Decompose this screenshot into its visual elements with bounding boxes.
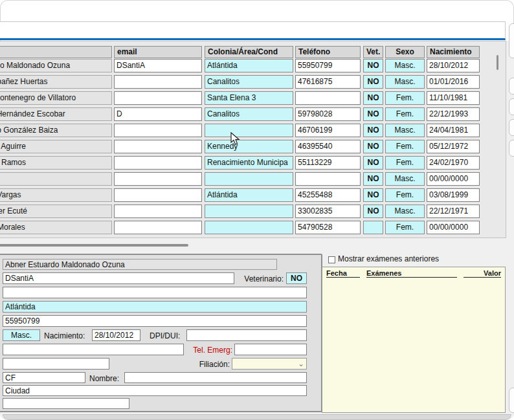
exams-listbox[interactable]: Fecha Exámenes Valor (322, 267, 506, 413)
cell-nacimiento[interactable]: 03/08/1999 (427, 188, 480, 202)
cell-email[interactable] (114, 75, 202, 89)
cell-telefono[interactable]: 59798028 (295, 107, 361, 121)
detail-cf-field[interactable]: CF (3, 372, 85, 383)
cell-sexo[interactable]: Masc. (385, 172, 425, 186)
cell-name[interactable]: ala Vargas (0, 188, 112, 202)
cell-nacimiento[interactable]: 28/10/2012 (427, 59, 480, 72)
cell-email[interactable] (114, 156, 202, 170)
horizontal-scrollbar[interactable] (0, 244, 188, 247)
cell-vet[interactable]: NO (363, 204, 383, 218)
cell-email[interactable]: D (114, 107, 202, 121)
cell-vet[interactable]: NO (363, 75, 383, 89)
cell-name[interactable]: as Ibañez Huertas (0, 75, 112, 89)
detail-extra-field[interactable] (3, 287, 307, 298)
column-header-sexo[interactable]: Sexo (385, 46, 425, 58)
detail-ciudad-field[interactable]: Ciudad (3, 385, 307, 396)
cell-sexo[interactable]: Fem. (385, 156, 425, 170)
cell-vet[interactable]: NO (363, 59, 383, 72)
cell-colonia[interactable] (205, 172, 293, 186)
detail-nacimiento-field[interactable]: 28/10/2012 (92, 329, 140, 341)
cell-sexo[interactable]: Fem. (385, 188, 425, 202)
cell-name[interactable]: lela (0, 172, 112, 186)
column-header-telefono[interactable]: Teléfono (295, 46, 361, 58)
cell-nacimiento[interactable]: 00/00/0000 (427, 221, 480, 234)
cell-name[interactable]: Javier Ecuté (0, 204, 112, 218)
column-header-email[interactable]: email (114, 46, 202, 58)
cell-telefono[interactable]: 46706199 (295, 124, 361, 137)
cell-telefono[interactable]: 55950799 (295, 59, 361, 72)
cell-telefono[interactable]: 45255488 (295, 188, 361, 202)
cell-sexo[interactable]: Masc. (385, 124, 425, 137)
filter-input[interactable] (0, 21, 506, 40)
cell-nacimiento[interactable]: 05/12/1972 (427, 140, 480, 153)
cell-email[interactable] (114, 140, 202, 153)
cell-nacimiento[interactable]: 01/01/2016 (427, 75, 480, 89)
cell-telefono[interactable]: 47616875 (295, 75, 361, 89)
cell-colonia[interactable]: Canalitos (205, 75, 293, 89)
cell-vet[interactable]: NO (363, 140, 383, 153)
side-button[interactable] (509, 119, 514, 136)
cell-colonia[interactable]: Santa Elena 3 (205, 91, 293, 105)
cell-name[interactable]: res Morales (0, 221, 112, 234)
cell-telefono[interactable] (295, 91, 361, 105)
cell-name[interactable]: pino Aguirre (0, 140, 112, 153)
cell-colonia[interactable] (205, 124, 293, 137)
column-header-nacimiento[interactable]: Nacimiento (427, 46, 480, 58)
cell-telefono[interactable]: 46395540 (295, 140, 361, 153)
detail-nombre-field[interactable] (124, 372, 307, 383)
cell-nacimiento[interactable]: 11/10/1981 (427, 91, 480, 105)
cell-vet[interactable]: NO (363, 124, 383, 137)
detail-email-field[interactable]: DSantiA (3, 272, 234, 284)
vertical-scrollbar-thumb[interactable] (497, 55, 498, 70)
cell-colonia[interactable]: Atlántida (205, 188, 293, 202)
cell-colonia[interactable]: Kennedy (205, 140, 293, 153)
cell-telefono[interactable] (295, 172, 361, 186)
cell-name[interactable]: uardo Maldonado Ozuna (0, 59, 112, 72)
cell-nacimiento[interactable]: 24/02/1970 (427, 156, 480, 170)
side-button[interactable] (509, 140, 514, 157)
cell-name[interactable]: riela Ramos (0, 156, 112, 170)
cell-nacimiento[interactable]: 22/12/1971 (427, 204, 480, 218)
detail-sexo-field[interactable]: Masc. (3, 329, 40, 341)
detail-field7[interactable] (3, 344, 184, 355)
cell-email[interactable] (114, 188, 202, 202)
cell-email[interactable]: DSantiA (114, 59, 202, 72)
cell-email[interactable] (114, 91, 202, 105)
cell-colonia[interactable]: Renacimiento Municipa (205, 156, 293, 170)
cell-sexo[interactable]: Fem. (385, 140, 425, 153)
cell-colonia[interactable]: Atlántida (205, 59, 293, 72)
cell-sexo[interactable]: Masc. (385, 59, 425, 72)
cell-vet[interactable]: NO (363, 91, 383, 105)
cell-telefono[interactable]: 54790528 (295, 221, 361, 234)
cell-vet[interactable]: NO (363, 107, 383, 121)
mostrar-examenes-checkbox[interactable] (328, 256, 335, 263)
filiacion-combobox[interactable]: ⌄ (232, 358, 307, 370)
detail-field8[interactable] (3, 358, 109, 370)
cell-nacimiento[interactable]: 00/00/0000 (427, 172, 480, 186)
cell-vet[interactable]: NO (363, 188, 383, 202)
column-header-name[interactable] (0, 46, 112, 58)
cell-name[interactable]: or Montenegro de Villatoro (0, 91, 112, 105)
cell-name[interactable]: cia Hernández Escobar (0, 107, 112, 121)
side-button[interactable] (509, 23, 514, 58)
cell-colonia[interactable]: Canalitos (205, 107, 293, 121)
column-header-vet[interactable]: Vet. (363, 46, 383, 58)
cell-sexo[interactable]: Fem. (385, 221, 425, 234)
cell-name[interactable]: dolfo González Baiza (0, 124, 112, 137)
column-header-colonia[interactable]: Colonia/Área/Cond (205, 46, 293, 58)
cell-telefono[interactable]: 33002835 (295, 204, 361, 218)
cell-sexo[interactable]: Fem. (385, 91, 425, 105)
chevron-down-icon[interactable]: ⌄ (298, 359, 304, 368)
cell-vet[interactable] (363, 221, 383, 234)
cell-vet[interactable]: NO (363, 172, 383, 186)
detail-veterinario-field[interactable]: NO (286, 272, 307, 284)
cell-vet[interactable]: NO (363, 156, 383, 170)
detail-telefono-field[interactable]: 55950799 (3, 315, 307, 327)
detail-name-field[interactable]: Abner Estuardo Maldonado Ozuna (3, 259, 277, 270)
side-button[interactable] (509, 78, 514, 94)
vertical-scrollbar[interactable] (493, 44, 501, 235)
cell-colonia[interactable] (205, 204, 293, 218)
detail-last-field[interactable] (3, 398, 129, 409)
cell-sexo[interactable]: Masc. (385, 75, 425, 89)
cell-nacimiento[interactable]: 24/04/1981 (427, 124, 480, 137)
